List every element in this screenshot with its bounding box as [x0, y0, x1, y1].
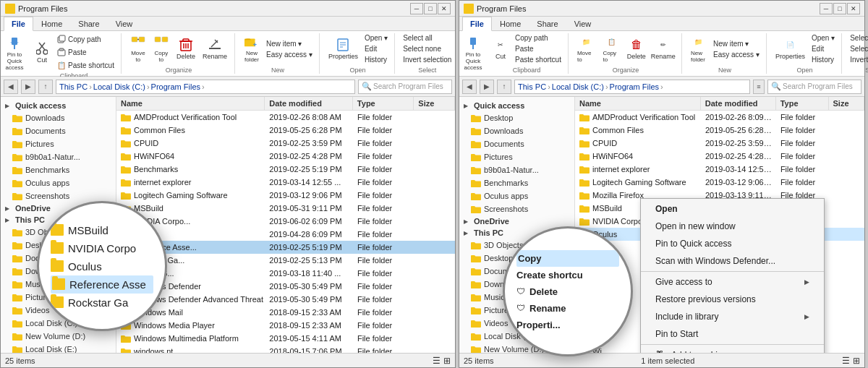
right-view-details-btn[interactable]: ☰ — [842, 356, 850, 366]
paste-shortcut-btn[interactable]: 📋 Paste shortcut — [54, 59, 116, 71]
close-btn[interactable]: ✕ — [438, 3, 451, 14]
pin-to-quick-btn[interactable]: Pin to Quickaccess — [4, 35, 25, 72]
tab-view[interactable]: View — [108, 17, 141, 31]
view-details-btn[interactable]: ☰ — [433, 356, 441, 366]
nav-section-quick-access[interactable]: ▶Quick access — [1, 100, 116, 111]
col-date[interactable]: Date modified — [265, 97, 353, 110]
right-col-type[interactable]: Type — [776, 97, 829, 110]
right-magnifier-item[interactable]: Create shortcu — [516, 267, 619, 283]
right-rename-btn[interactable]: ✏ Rename — [649, 36, 677, 61]
right-nav-item-desktop[interactable]: Desktop — [459, 111, 574, 124]
right-move-btn[interactable]: 📁 Move to — [574, 33, 599, 64]
right-view-large-btn[interactable]: ⊞ — [853, 356, 860, 366]
file-row[interactable]: CPUID 2019-02-25 3:59 PM File folder — [575, 137, 864, 150]
left-win-controls[interactable]: ─ □ ✕ — [410, 3, 451, 14]
ctx-item-scan-with-windows-defender...[interactable]: Scan with Windows Defender... — [641, 252, 824, 270]
right-path-this-pc[interactable]: This PC — [518, 82, 546, 91]
right-close-btn[interactable]: ✕ — [847, 3, 860, 14]
col-name[interactable]: Name — [116, 97, 265, 110]
right-up-btn[interactable]: ↑ — [497, 80, 511, 94]
file-row[interactable]: NVIDIA Corpo... 2019-06-02 6:09 PM File … — [116, 215, 455, 228]
right-delete-btn[interactable]: 🗑 Delete — [625, 36, 647, 61]
invert-btn[interactable]: Invert selection — [401, 55, 454, 64]
file-row[interactable]: Common Files 2019-05-25 6:28 PM File fol… — [575, 124, 864, 137]
right-magnifier-item[interactable]: 🛡Rename — [516, 300, 619, 317]
nav-item-pictures[interactable]: Pictures — [1, 137, 116, 150]
right-magnifier-item[interactable]: Properti... — [516, 317, 619, 333]
right-path-program-files[interactable]: Program Files — [610, 82, 659, 91]
ctx-item-give-access-to[interactable]: Give access to▶ — [641, 273, 824, 291]
file-row[interactable]: Windows Defender Advanced Threat Pro... … — [116, 293, 455, 306]
open-btn[interactable]: Open ▾ — [362, 33, 390, 43]
right-pin-btn[interactable]: Pin to Quickaccess — [462, 35, 484, 72]
path-program-files[interactable]: Program Files — [151, 82, 200, 91]
tab-share[interactable]: Share — [70, 17, 107, 31]
right-minimize-btn[interactable]: ─ — [820, 3, 833, 14]
right-back-btn[interactable]: ◀ — [462, 80, 477, 94]
right-copy-btn[interactable]: 📋 Copy to — [600, 33, 624, 64]
right-col-name[interactable]: Name — [575, 97, 701, 110]
right-tab-file[interactable]: File — [462, 17, 492, 31]
new-item-btn[interactable]: New item ▾ — [264, 39, 315, 48]
right-path-local-disk[interactable]: Local Disk (C:) — [552, 82, 604, 91]
right-view-btn[interactable]: ≡ — [753, 80, 765, 94]
file-row[interactable]: Windows Defender 2019-05-30 5:49 PM File… — [116, 280, 455, 293]
file-row[interactable]: Windows Multimedia Platform 2019-05-15 4… — [116, 332, 455, 345]
right-new-folder-btn[interactable]: 📁 New folder — [688, 33, 710, 64]
right-tab-view[interactable]: View — [566, 17, 600, 31]
file-row[interactable]: Reference Asse... 2019-02-25 5:19 PM Fil… — [116, 241, 455, 254]
right-tab-home[interactable]: Home — [492, 17, 529, 31]
up-btn[interactable]: ↑ — [38, 80, 53, 94]
file-row[interactable]: Logitech Gaming Software 2019-03-12 9:06… — [116, 189, 455, 202]
rename-btn[interactable]: Rename — [200, 36, 230, 61]
file-row[interactable]: HWiNFO64 2019-02-25 4:28 PM File folder — [116, 150, 455, 163]
move-to-btn[interactable]: Moveto — [127, 33, 149, 64]
ctx-item-open-in-new-window[interactable]: Open in new window — [641, 218, 824, 235]
right-nav-item-benchmarks[interactable]: Benchmarks — [459, 176, 574, 189]
ctx-item-pin-to-quick-access[interactable]: Pin to Quick access — [641, 235, 824, 252]
tab-home[interactable]: Home — [33, 17, 70, 31]
right-nav-item-pictures[interactable]: Pictures — [459, 150, 574, 163]
path-local-disk[interactable]: Local Disk (C:) — [93, 82, 145, 91]
right-easy-access-btn[interactable]: Easy access ▾ — [711, 50, 762, 59]
right-col-size[interactable]: Size — [829, 97, 865, 110]
right-history-btn[interactable]: History — [809, 55, 837, 64]
file-row[interactable]: windows nt 2018-09-15 7:06 PM File folde… — [116, 345, 455, 353]
properties-btn[interactable]: Properties — [326, 36, 361, 61]
select-none-btn[interactable]: Select none — [401, 44, 454, 54]
file-row[interactable]: HWiNFO64 2019-02-25 4:28 PM File folder — [575, 150, 864, 163]
right-nav-section-quick-access[interactable]: ▶Quick access — [459, 100, 574, 111]
file-row[interactable]: Steam IG... 2019-03-18 11:40 ... File fo… — [116, 267, 455, 280]
forward-btn[interactable]: ▶ — [21, 80, 35, 94]
col-type[interactable]: Type — [353, 97, 414, 110]
right-cut-btn[interactable]: ✂ Cut — [490, 36, 511, 61]
edit-btn[interactable]: Edit — [362, 44, 390, 54]
right-nav-item-oculus-apps[interactable]: Oculus apps — [459, 189, 574, 202]
right-forward-btn[interactable]: ▶ — [480, 80, 494, 94]
right-magnifier-item[interactable]: Copy — [516, 250, 619, 267]
file-row[interactable]: Benchmarks 2019-02-25 5:19 PM File folde… — [116, 163, 455, 176]
right-select-none-btn[interactable]: Select none — [848, 44, 868, 54]
ctx-item-pin-to-start[interactable]: Pin to Start — [641, 325, 824, 343]
right-new-item-btn[interactable]: New item ▾ — [711, 39, 762, 48]
restore-btn[interactable]: □ — [424, 3, 437, 14]
file-row[interactable]: Windows Media Player 2018-09-15 2:33 AM … — [116, 319, 455, 332]
nav-item-downloads[interactable]: Downloads — [1, 111, 116, 124]
easy-access-btn[interactable]: Easy access ▾ — [264, 50, 315, 59]
file-row[interactable]: Windows Mail 2018-09-15 2:33 AM File fol… — [116, 306, 455, 319]
right-paste-shortcut-btn[interactable]: Paste shortcut — [513, 55, 563, 64]
copy-to-btn[interactable]: Copyto — [150, 33, 172, 64]
view-large-btn[interactable]: ⊞ — [443, 356, 451, 366]
file-row[interactable]: internet explorer 2019-03-14 12:55 ... F… — [116, 176, 455, 189]
paste-btn[interactable]: Paste — [54, 46, 116, 58]
nav-item-b9b0a1-natur...[interactable]: b9b0a1-Natur... — [1, 150, 116, 163]
ctx-item-include-in-library[interactable]: Include in library▶ — [641, 308, 824, 325]
ctx-item-restore-previous-versions[interactable]: Restore previous versions — [641, 291, 824, 308]
right-col-date[interactable]: Date modified — [701, 97, 776, 110]
file-row[interactable]: Logitech Gaming Software 2019-03-12 9:06… — [575, 176, 864, 189]
right-open-btn[interactable]: Open ▾ — [809, 33, 837, 43]
ctx-item-open[interactable]: Open — [641, 200, 824, 218]
left-search-box[interactable]: 🔍 Search Program Files — [358, 80, 452, 94]
nav-item-new-volume-(d:)[interactable]: New Volume (D:) — [1, 330, 116, 343]
right-properties-btn[interactable]: 📄 Properties — [773, 36, 808, 61]
